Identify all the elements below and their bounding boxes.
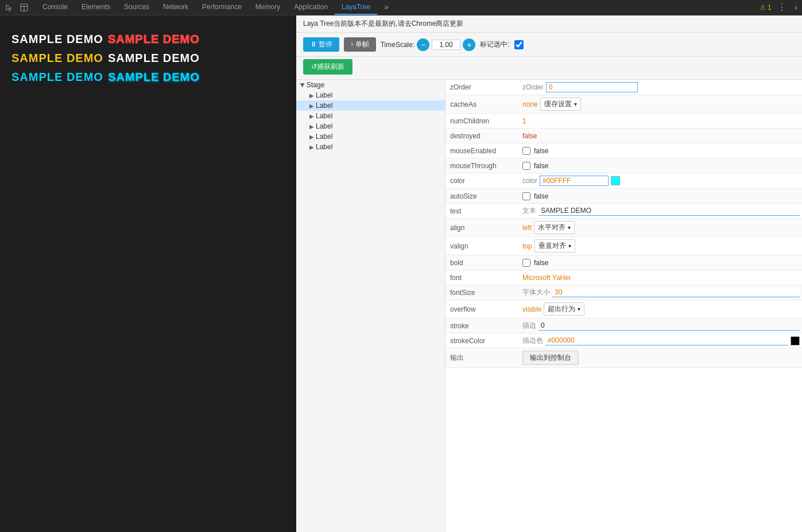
color-swatch-strokecolor[interactable] xyxy=(791,336,800,345)
prop-row-color: color color xyxy=(445,173,802,189)
prop-value-overflow: visible 超出行为 xyxy=(520,301,802,317)
prop-checkbox-mousethrough[interactable] xyxy=(522,162,530,170)
tab-application[interactable]: Application xyxy=(287,0,335,15)
prop-name-bold: bold xyxy=(445,258,520,268)
prop-tag-text: 文本 xyxy=(522,206,536,216)
prop-val-mouseenabled: false xyxy=(534,147,548,155)
prop-value-stroke: 描边 xyxy=(520,320,802,332)
pause-button[interactable]: ⏸ 暂停 xyxy=(303,37,339,52)
prop-row-cacheas: cacheAs none 缓存设置 xyxy=(445,95,802,114)
mark-checkbox[interactable] xyxy=(514,40,524,49)
prop-input-zorder[interactable] xyxy=(546,82,638,92)
prop-row-bold: bold false xyxy=(445,255,802,270)
tree-item-0[interactable]: ▶ Label xyxy=(296,90,445,100)
capture-button[interactable]: ↺捕获刷新 xyxy=(303,59,352,75)
prop-row-text: text 文本 xyxy=(445,204,802,219)
demo-text-yellow: SAMPLE DEMO xyxy=(11,52,103,65)
prop-checkbox-mouseenabled[interactable] xyxy=(522,147,530,155)
prop-input-text[interactable] xyxy=(538,206,800,216)
tab-elements[interactable]: Elements xyxy=(75,0,117,15)
prop-row-zorder: zOrder zOrder xyxy=(445,80,802,95)
prop-dropdown-cacheas[interactable]: 缓存设置 xyxy=(540,98,581,111)
tab-more[interactable]: » xyxy=(377,0,396,15)
tab-network[interactable]: Network xyxy=(156,0,195,15)
prop-value-text: 文本 xyxy=(520,205,802,217)
prop-tag-stroke: 描边 xyxy=(522,321,536,331)
prop-name-strokecolor: strokeColor xyxy=(445,336,520,346)
tree-item-2[interactable]: ▶ Label xyxy=(296,111,445,121)
main-layout: SAMPLE DEMO SAMPLE DEMO SAMPLE DEMO SAMP… xyxy=(0,15,802,532)
prop-val-font[interactable]: Microsoft YaHei xyxy=(522,274,571,282)
tab-performance[interactable]: Performance xyxy=(195,0,249,15)
tab-layatree[interactable]: LayaTree xyxy=(335,0,377,15)
prop-name-color: color xyxy=(445,176,520,186)
prop-name-mouseenabled: mouseEnabled xyxy=(445,146,520,156)
tree-item-5[interactable]: ▶ Label xyxy=(296,142,445,152)
prop-val-bold: false xyxy=(534,259,548,267)
prop-row-font: font Microsoft YaHei xyxy=(445,270,802,285)
prop-row-strokecolor: strokeColor 描边色 xyxy=(445,333,802,348)
prop-value-output: 输出到控制台 xyxy=(520,350,802,366)
prop-row-mousethrough: mouseThrough false xyxy=(445,158,802,173)
toolbar-icons xyxy=(2,1,31,14)
tab-sources[interactable]: Sources xyxy=(117,0,156,15)
tab-memory[interactable]: Memory xyxy=(249,0,287,15)
item-1-label: Label xyxy=(316,102,332,110)
prop-checkbox-autosize[interactable] xyxy=(522,192,530,200)
prop-checkbox-bold[interactable] xyxy=(522,259,530,267)
prop-value-mouseenabled: false xyxy=(520,146,802,156)
prop-dropdown-valign[interactable]: 垂直对齐 xyxy=(534,239,575,253)
timescale-minus-btn[interactable]: − xyxy=(417,38,429,51)
dock-icon-btn[interactable] xyxy=(17,1,31,14)
item-3-label: Label xyxy=(316,122,332,130)
canvas-area: SAMPLE DEMO SAMPLE DEMO SAMPLE DEMO SAMP… xyxy=(0,15,296,532)
prop-dropdown-overflow[interactable]: 超出行为 xyxy=(544,302,584,316)
demo-text-cyan-1: SAMPLE DEMO xyxy=(11,71,103,84)
prop-name-text: text xyxy=(445,206,520,216)
prop-name-overflow: overflow xyxy=(445,304,520,314)
step-button[interactable]: › 单帧 xyxy=(344,37,375,52)
cursor-icon-btn[interactable] xyxy=(2,1,16,14)
props-panel: zOrder zOrder cacheAs none 缓存设置 xyxy=(445,80,802,532)
prop-val-autosize: false xyxy=(534,192,548,200)
warning-icon: ⚠ xyxy=(760,3,766,11)
prop-row-mouseenabled: mouseEnabled false xyxy=(445,143,802,158)
prop-val-valign: top xyxy=(522,242,532,250)
prop-input-color[interactable] xyxy=(540,176,609,186)
item-4-arrow: ▶ xyxy=(308,134,316,140)
prop-row-destroyed: destroyed false xyxy=(445,129,802,143)
prop-name-output: 输出 xyxy=(445,352,520,364)
prop-row-output: 输出 输出到控制台 xyxy=(445,348,802,368)
demo-text-red-border: SAMPLE DEMO xyxy=(108,33,200,46)
demo-text-cyan-2: SAMPLE DEMO xyxy=(108,71,200,84)
prop-value-bold: false xyxy=(520,258,802,268)
item-2-label: Label xyxy=(316,112,332,120)
prop-btn-output[interactable]: 输出到控制台 xyxy=(522,351,579,365)
notice-text: Laya Tree当前版本不是最新的,请去Chrome商店更新 xyxy=(303,20,463,28)
timescale-value-input[interactable] xyxy=(432,40,460,50)
tree-item-1[interactable]: ▶ Label xyxy=(296,100,445,111)
prop-input-strokecolor[interactable] xyxy=(545,336,788,345)
more-menu-btn[interactable]: ⋮ xyxy=(775,3,789,12)
prop-name-valign: valign xyxy=(445,241,520,251)
content-area: ▶ Stage ▶ Label ▶ Label ▶ Label ▶ Labe xyxy=(296,80,802,532)
timescale-plus-btn[interactable]: + xyxy=(463,38,475,51)
demo-row-1: SAMPLE DEMO SAMPLE DEMO xyxy=(11,33,285,46)
prop-input-stroke[interactable] xyxy=(538,321,800,331)
color-swatch-color[interactable] xyxy=(611,176,620,185)
prop-name-align: align xyxy=(445,223,520,233)
prop-dropdown-align[interactable]: 水平对齐 xyxy=(534,221,575,234)
forward-btn[interactable]: › xyxy=(792,3,800,12)
notice-bar: Laya Tree当前版本不是最新的,请去Chrome商店更新 xyxy=(296,15,802,33)
tree-item-3[interactable]: ▶ Label xyxy=(296,121,445,131)
tree-stage[interactable]: ▶ Stage xyxy=(296,80,445,90)
prop-value-mousethrough: false xyxy=(520,161,802,171)
prop-value-numchildren: 1 xyxy=(520,116,802,126)
prop-val-overflow: visible xyxy=(522,305,541,313)
tab-console[interactable]: Console xyxy=(36,0,75,15)
tree-item-4[interactable]: ▶ Label xyxy=(296,131,445,142)
devtools-toolbar: Console Elements Sources Network Perform… xyxy=(0,0,802,15)
prop-tag-zorder: zOrder xyxy=(522,83,544,91)
prop-input-fontsize[interactable] xyxy=(552,288,800,297)
prop-name-autosize: autoSize xyxy=(445,191,520,201)
